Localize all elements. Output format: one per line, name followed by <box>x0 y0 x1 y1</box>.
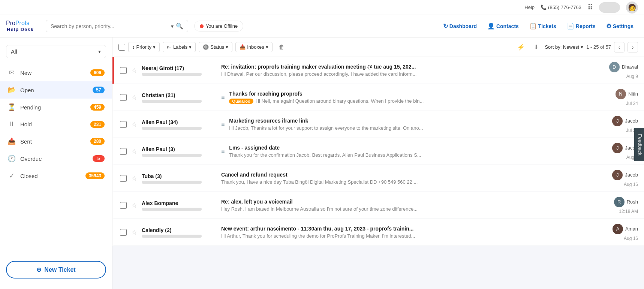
nav-dashboard[interactable]: ↻ Dashboard <box>439 20 481 32</box>
sidebar-sent-label: Sent <box>20 138 32 145</box>
priority-chevron-icon: ▾ <box>153 44 156 50</box>
sidebar-item-overdue[interactable]: 🕐 Overdue 5 <box>0 150 112 167</box>
inboxes-label: Inboxes <box>247 44 264 50</box>
ticket-row[interactable]: ☆ Neeraj Giroti (17) Re: invitation: pro… <box>112 57 644 84</box>
ticket-checkbox[interactable] <box>120 175 127 182</box>
assignee-avatar: D <box>609 62 620 72</box>
priority-bar-icon: ↕ <box>132 44 135 50</box>
sidebar-item-closed[interactable]: ✓ Closed 35943 <box>0 167 112 184</box>
ticket-assignee: J Jacob <box>612 170 638 180</box>
ticket-sender-info: Neeraj Giroti (17) <box>142 65 217 76</box>
dashboard-icon: ↻ <box>443 22 448 30</box>
star-icon[interactable]: ☆ <box>131 201 137 210</box>
logo-sub: Help Desk <box>7 27 34 32</box>
nav-reports[interactable]: 📄 Reports <box>562 20 600 32</box>
priority-label: Priority <box>136 44 151 50</box>
trash-button[interactable]: 🗑 <box>276 42 288 52</box>
nav-dashboard-label: Dashboard <box>449 23 477 29</box>
ticket-date: Aug 16 <box>624 236 638 241</box>
pagination-next-button[interactable]: › <box>628 42 638 52</box>
select-all-checkbox[interactable] <box>118 44 125 51</box>
inboxes-filter-button[interactable]: 📥 Inboxes ▾ <box>235 42 273 52</box>
nav-settings[interactable]: ⚙ Settings <box>602 20 638 32</box>
tickets-container: ☆ Neeraj Giroti (17) Re: invitation: pro… <box>112 57 644 289</box>
ticket-preview: Thank you for the confirmation Jacob. Be… <box>229 152 608 158</box>
sidebar-filter-select[interactable]: All Mine Unassigned <box>6 45 106 58</box>
ticket-row[interactable]: ☆ Allen Paul (3) ≡ Lms - assigned date T… <box>112 138 644 165</box>
ticket-subject: Thanks for reaching proprofs <box>229 91 611 97</box>
advanced-filter-icon[interactable]: ⚡ <box>514 42 528 52</box>
ticket-checkbox[interactable] <box>120 94 127 101</box>
labels-filter-button[interactable]: 🏷 Labels ▾ <box>163 42 196 52</box>
label-icon: 🏷 <box>167 44 172 50</box>
search-icon[interactable]: 🔍 <box>176 22 183 30</box>
sidebar-item-pending[interactable]: ⏳ Pending 459 <box>0 99 112 116</box>
sidebar-item-open[interactable]: 📂 Open 57 <box>0 81 112 99</box>
ticket-checkbox[interactable] <box>120 67 127 74</box>
sidebar-item-hold[interactable]: ⏸ Hold 231 <box>0 116 112 133</box>
pending-icon: ⏳ <box>7 103 16 111</box>
sent-badge: 280 <box>90 138 105 145</box>
offline-dot <box>200 24 204 28</box>
ticket-checkbox[interactable] <box>120 148 127 155</box>
star-icon[interactable]: ☆ <box>131 66 137 75</box>
ticket-content: Re: alex, left you a voicemail Hey Rosh,… <box>221 199 610 212</box>
toolbar-right: ⚡ ⬇ Sort by: Newest ▾ 1 - 25 of 57 ‹ › <box>514 42 638 52</box>
assignee-name: Jacob <box>625 172 638 178</box>
star-icon[interactable]: ☆ <box>131 147 137 156</box>
status-filter-button[interactable]: 🔘 Status ▾ <box>199 42 232 52</box>
ticket-sender-info: Tuba (3) <box>142 173 217 184</box>
ticket-sender-info: Alex Bompane <box>142 200 217 211</box>
assignee-avatar: A <box>613 224 623 234</box>
ticket-assignee: R Rosh <box>614 197 638 207</box>
ticket-date: Aug 16 <box>624 182 638 187</box>
sent-icon: 📤 <box>7 137 16 145</box>
status-button[interactable]: You are Offline <box>194 21 243 31</box>
sidebar-closed-label: Closed <box>20 173 38 179</box>
download-button[interactable]: ⬇ <box>531 42 542 52</box>
ticket-row[interactable]: ☆ Alex Bompane Re: alex, left you a voic… <box>112 192 644 219</box>
contacts-icon: 👤 <box>487 22 495 30</box>
apps-icon[interactable]: ⠿ <box>587 3 593 12</box>
main-layout: All Mine Unassigned ✉ New 606 📂 Open 57 <box>0 37 644 289</box>
ticket-checkbox[interactable] <box>120 229 127 236</box>
search-bar[interactable]: ▾ 🔍 <box>46 20 188 32</box>
search-input[interactable] <box>51 23 169 29</box>
ticket-row[interactable]: ☆ Allen Paul (34) ≡ Marketing resources … <box>112 111 644 138</box>
ticket-row[interactable]: ☆ Tuba (3) Cancel and refund request Tha… <box>112 165 644 192</box>
nav-tickets[interactable]: 📋 Tickets <box>525 20 561 32</box>
star-icon[interactable]: ☆ <box>131 228 137 237</box>
ticket-checkbox[interactable] <box>120 121 127 128</box>
header: ProProfs Help Desk ▾ 🔍 You are Offline ↻… <box>0 15 644 37</box>
ticket-row[interactable]: ☆ Christian (21) ≡ Thanks for reaching p… <box>112 84 644 111</box>
star-icon[interactable]: ☆ <box>131 120 137 129</box>
ticket-row[interactable]: ☆ Calendly (2) New event: arthur nascime… <box>112 219 644 246</box>
plus-icon: ⊕ <box>36 266 41 273</box>
star-icon[interactable]: ☆ <box>131 174 137 183</box>
sidebar-item-new[interactable]: ✉ New 606 <box>0 64 112 81</box>
ticket-type-icon: ≡ <box>221 94 225 101</box>
star-icon[interactable]: ☆ <box>131 93 137 102</box>
priority-filter-button[interactable]: ↕ Priority ▾ <box>128 42 160 52</box>
ticket-checkbox[interactable] <box>120 202 127 209</box>
ticket-meta: D Dhawal Aug 9 <box>609 62 638 79</box>
search-chevron-icon[interactable]: ▾ <box>171 23 174 29</box>
feedback-tab[interactable]: Feedback <box>634 128 644 161</box>
sidebar-item-sent[interactable]: 📤 Sent 280 <box>0 133 112 150</box>
ticket-sender-name: Tuba (3) <box>142 173 217 179</box>
ticket-content: Marketing resources iframe link Hi Jacob… <box>229 118 608 131</box>
new-ticket-button[interactable]: ⊕ New Ticket <box>6 261 106 279</box>
nav-contacts[interactable]: 👤 Contacts <box>483 20 523 32</box>
assignee-avatar: J <box>612 143 623 153</box>
main-nav: ↻ Dashboard 👤 Contacts 📋 Tickets 📄 Repor… <box>439 20 638 32</box>
help-link[interactable]: Help <box>524 4 535 10</box>
user-avatar[interactable]: 🧑 <box>626 1 638 13</box>
sort-button[interactable]: Sort by: Newest ▾ <box>545 44 583 50</box>
pagination-prev-button[interactable]: ‹ <box>614 42 625 52</box>
assignee-avatar: J <box>612 116 623 126</box>
ticket-content: Lms - assigned date Thank you for the co… <box>229 145 608 158</box>
ticket-id-bar <box>142 100 202 103</box>
pending-badge: 459 <box>90 104 105 111</box>
assignee-name: Jacob <box>625 118 638 124</box>
ticket-content: Cancel and refund request Thank you, Hav… <box>221 172 608 185</box>
